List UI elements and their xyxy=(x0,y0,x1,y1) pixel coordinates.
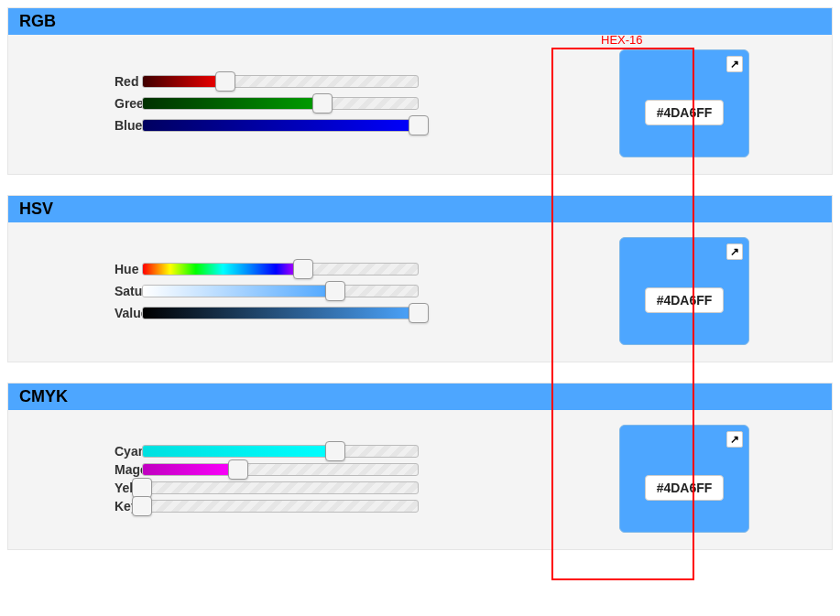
hsv-section: HSV Hue Saturation Value xyxy=(7,195,833,362)
cyan-thumb[interactable] xyxy=(325,441,345,461)
hsv-sliders: Hue Saturation Value xyxy=(17,254,557,328)
cyan-label: Cyan xyxy=(17,444,127,459)
cmyk-hex-value[interactable]: #4DA6FF xyxy=(645,475,725,501)
expand-icon[interactable]: ↗ xyxy=(726,243,743,260)
saturation-thumb[interactable] xyxy=(325,281,345,301)
saturation-slider-row: Saturation xyxy=(17,284,557,298)
cyan-slider-row: Cyan xyxy=(17,444,557,459)
key-thumb[interactable] xyxy=(132,496,152,516)
red-slider[interactable] xyxy=(142,75,419,88)
cyan-slider[interactable] xyxy=(142,445,419,458)
blue-thumb[interactable] xyxy=(409,115,429,135)
hsv-hex-value[interactable]: #4DA6FF xyxy=(645,287,725,313)
cmyk-body: Cyan Magenta Yellow xyxy=(8,410,832,549)
red-label: Red xyxy=(17,74,127,89)
key-slider-row: Key xyxy=(17,499,557,513)
magenta-slider[interactable] xyxy=(142,463,419,476)
rgb-swatch-col: ↗ #4DA6FF xyxy=(557,49,823,157)
green-slider-row: Green xyxy=(17,96,557,111)
green-label: Green xyxy=(17,96,127,111)
hue-label: Hue xyxy=(17,262,127,276)
annotation-label: HEX-16 xyxy=(601,33,643,47)
key-slider[interactable] xyxy=(142,500,419,513)
value-slider-row: Value xyxy=(17,306,557,320)
green-slider[interactable] xyxy=(142,97,419,110)
cmyk-section: CMYK Cyan Magenta Yellow xyxy=(7,383,833,550)
yellow-thumb[interactable] xyxy=(132,478,152,498)
red-slider-row: Red xyxy=(17,74,557,89)
yellow-slider[interactable] xyxy=(142,481,419,494)
hsv-body: Hue Saturation Value xyxy=(8,222,832,362)
magenta-label: Magenta xyxy=(17,462,127,477)
value-label: Value xyxy=(17,306,127,320)
expand-icon[interactable]: ↗ xyxy=(726,56,743,72)
magenta-slider-row: Magenta xyxy=(17,462,557,477)
red-thumb[interactable] xyxy=(215,71,235,92)
expand-icon[interactable]: ↗ xyxy=(726,431,743,448)
magenta-thumb[interactable] xyxy=(228,459,248,480)
hsv-swatch: ↗ #4DA6FF xyxy=(619,237,749,345)
blue-slider-row: Blue xyxy=(17,118,557,133)
cmyk-header: CMYK xyxy=(8,384,832,410)
saturation-label: Saturation xyxy=(17,284,127,298)
yellow-slider-row: Yellow xyxy=(17,481,557,495)
blue-label: Blue xyxy=(17,118,127,133)
green-thumb[interactable] xyxy=(312,93,333,113)
saturation-slider[interactable] xyxy=(142,285,419,297)
blue-slider[interactable] xyxy=(142,119,419,132)
hue-thumb[interactable] xyxy=(293,259,313,279)
hsv-swatch-col: ↗ #4DA6FF xyxy=(557,237,823,345)
rgb-sliders: Red Green Blue xyxy=(17,67,557,140)
key-label: Key xyxy=(17,499,127,513)
value-thumb[interactable] xyxy=(409,303,429,323)
value-slider[interactable] xyxy=(142,307,419,319)
hue-slider[interactable] xyxy=(142,263,419,276)
rgb-header: RGB xyxy=(8,8,832,35)
rgb-section: RGB Red Green Blue xyxy=(7,7,833,175)
rgb-hex-value[interactable]: #4DA6FF xyxy=(645,100,725,125)
cmyk-swatch: ↗ #4DA6FF xyxy=(619,425,749,533)
cmyk-swatch-col: ↗ #4DA6FF xyxy=(557,425,823,533)
rgb-swatch: ↗ #4DA6FF xyxy=(619,49,749,157)
hsv-header: HSV xyxy=(8,196,832,222)
rgb-body: Red Green Blue xyxy=(8,35,832,174)
cmyk-sliders: Cyan Magenta Yellow xyxy=(17,440,557,517)
yellow-label: Yellow xyxy=(17,481,127,495)
hue-slider-row: Hue xyxy=(17,262,557,276)
